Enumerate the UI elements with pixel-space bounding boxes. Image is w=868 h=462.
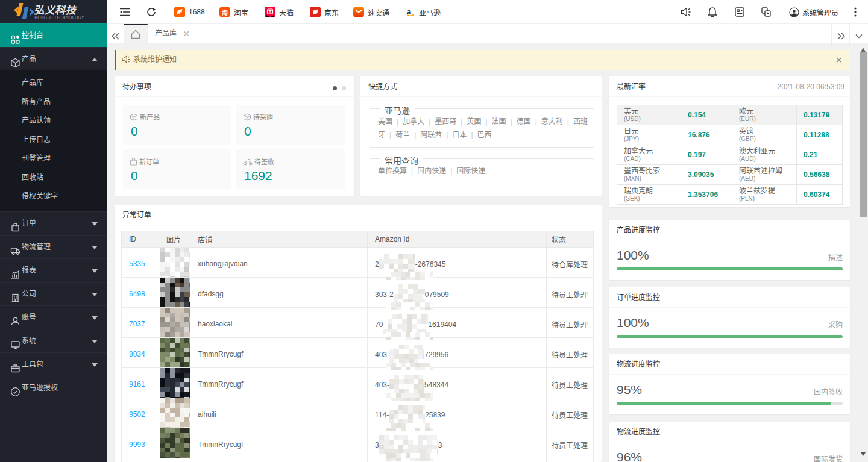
svg-text:弘义科技: 弘义科技 bbox=[34, 4, 77, 16]
svg-text:HONG YI TECHNOLOGY: HONG YI TECHNOLOGY bbox=[34, 15, 85, 20]
svg-text:a: a bbox=[407, 7, 412, 16]
